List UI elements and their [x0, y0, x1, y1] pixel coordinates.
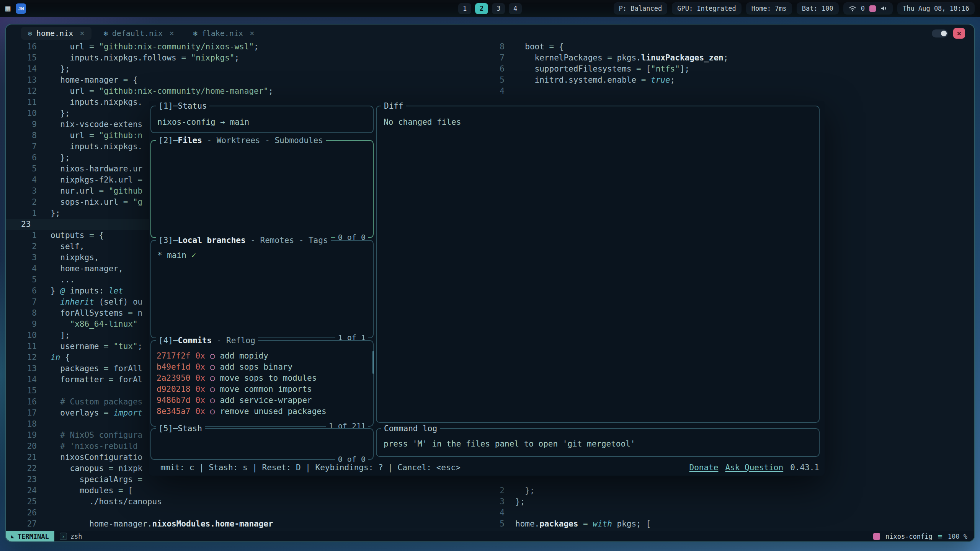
status-module-1[interactable]: GPU: Integrated [672, 2, 742, 15]
status-module-2[interactable]: Home: 7ms [746, 2, 792, 15]
panel-key: [2]─ [158, 136, 178, 145]
code-text: ]; [51, 330, 70, 341]
code-segment: = [641, 75, 651, 85]
line-number: 6 [6, 285, 42, 297]
workspace-button-2[interactable]: 2 [475, 3, 488, 14]
window-close-button[interactable]: × [953, 28, 965, 39]
wifi-icon[interactable] [849, 5, 856, 11]
commit-message: move common imports [220, 385, 312, 394]
lazygit-keybar: mmit: c | Stash: s | Reset: D | Keybindi… [160, 462, 819, 473]
line-number: 10 [6, 108, 42, 119]
workspace-button-3[interactable]: 3 [492, 3, 505, 14]
code-line: 5 initrd.systemd.enable = true; [490, 75, 974, 86]
code-segment: outputs [51, 231, 89, 240]
line-number: 23 [6, 474, 42, 485]
code-line: 5home.packages = with pkgs; [ [490, 518, 974, 530]
workspace-button-1[interactable]: 1 [458, 3, 471, 14]
commit-row[interactable]: 9486b7d0x○add service-wrapper [157, 395, 369, 406]
code-segment: nur.url [51, 186, 99, 196]
line-number: 22 [6, 463, 42, 474]
line-number: 21 [6, 452, 42, 463]
color-picker-icon[interactable] [869, 5, 876, 12]
code-segment: = [99, 186, 108, 196]
status-module-3[interactable]: Bat: 100 [797, 2, 839, 15]
lines-icon[interactable]: ≡ [938, 532, 942, 541]
panel-branches[interactable]: [3]─Local branches - Remotes - Tags * ma… [150, 240, 374, 338]
commit-author: 0x [196, 407, 205, 416]
app-launcher-icon[interactable]: ▦ [5, 4, 10, 13]
branch-row[interactable]: * main [157, 251, 191, 260]
command-log-text: press 'M' in the files panel to open 'gi… [384, 439, 635, 448]
code-segment: { [559, 42, 564, 51]
statusbar: ◣ TERMINAL › zsh nixos-config ≡ 100 % [6, 531, 974, 541]
status-module-0[interactable]: P: Balanced [614, 2, 668, 15]
panel-commits[interactable]: [4]─Commits - Reflog 2717f2f0x○add mopid… [150, 340, 374, 427]
code-text: nixosConfiguratio [51, 452, 142, 463]
panel-key: [3]─ [158, 236, 178, 245]
panel-status[interactable]: [1]─Status nixos-config → main [150, 106, 374, 133]
tab-label: default.nix [112, 29, 163, 38]
tab-close-icon[interactable]: × [169, 29, 174, 38]
code-segment: nixosConfiguratio [51, 453, 142, 462]
tab-flake.nix[interactable]: ❄flake.nix× [186, 27, 261, 40]
code-line: 27 home-manager.nixosModules.home-manage… [6, 518, 490, 530]
code-segment: = [89, 231, 99, 240]
code-line: 12 url = "github:nix-community/home-mana… [6, 86, 490, 97]
panel-title-text: Stash [178, 424, 202, 433]
code-text: modules = [ [51, 485, 133, 496]
line-number: 5 [490, 518, 509, 530]
commit-author: 0x [196, 362, 205, 372]
lazygit-popup: [1]─Status nixos-config → main [2]─Files… [149, 101, 825, 476]
toggle-switch[interactable] [932, 29, 948, 37]
code-segment: modules [51, 486, 118, 495]
panel-title-rest: - Reflog [212, 336, 255, 345]
line-number: 4 [6, 263, 42, 274]
code-text: ... [51, 274, 75, 285]
commit-row[interactable]: d9202180x○move common imports [157, 383, 369, 395]
clock[interactable]: Thu Aug 08, 18:16 [897, 2, 975, 15]
panel-stash[interactable]: [5]─Stash 0 of 0 [150, 428, 374, 460]
shell-chip[interactable]: › zsh [60, 533, 82, 540]
commit-graph-node-icon: ○ [210, 385, 215, 394]
line-number: 14 [6, 64, 42, 75]
line-number: 5 [6, 274, 42, 285]
diff-text: No changed files [384, 117, 461, 127]
code-segment: canopus [51, 464, 109, 473]
line-number: 15 [6, 385, 42, 396]
code-segment: "g [133, 197, 142, 207]
nix-snowflake-icon: ❄ [28, 29, 32, 37]
code-text: overlays = import [51, 408, 142, 419]
code-segment: }; [51, 64, 70, 73]
tab-close-icon[interactable]: × [250, 29, 255, 38]
repo-name[interactable]: nixos-config [885, 533, 933, 540]
commit-row[interactable]: 8e345a70x○remove unused packages [157, 406, 369, 417]
volume-icon[interactable] [880, 5, 887, 11]
code-segment: ... [51, 275, 75, 284]
line-number: 11 [6, 97, 42, 108]
commits-scrollbar[interactable] [372, 351, 374, 374]
ask-question-link[interactable]: Ask Question [725, 463, 783, 472]
donate-link[interactable]: Donate [689, 463, 719, 472]
panel-command-log[interactable]: Command log press 'M' in the files panel… [376, 428, 820, 457]
tab-close-icon[interactable]: × [80, 29, 85, 38]
workspace-button-4[interactable]: 4 [509, 3, 522, 14]
code-segment: = [109, 464, 118, 473]
tab-default.nix[interactable]: ❄default.nix× [97, 27, 181, 40]
line-number: 4 [490, 86, 509, 97]
terminal-mode-chip[interactable]: ◣ TERMINAL [6, 531, 54, 541]
panel-files[interactable]: [2]─Files - Worktrees - Submodules 0 of … [150, 140, 374, 238]
commit-author: 0x [196, 373, 205, 383]
panel-diff-title: Diff [381, 101, 406, 112]
panel-diff[interactable]: Diff No changed files [376, 106, 820, 423]
commit-row[interactable]: b49ef1d0x○add sops binary [157, 361, 369, 372]
code-text: nixpkgs, [51, 252, 99, 263]
editor-tabbar: ❄home.nix×❄default.nix×❄flake.nix× × [6, 24, 974, 41]
tab-home.nix[interactable]: ❄home.nix× [21, 27, 91, 40]
commit-row[interactable]: 2717f2f0x○add mopidy [157, 350, 369, 361]
code-segment: url [51, 42, 89, 51]
code-line: 16 url = "github:nix-community/nixos-wsl… [6, 41, 490, 52]
commit-row[interactable]: 2a239500x○move sops to modules [157, 372, 369, 383]
workspace-app-icon[interactable]: JW [16, 3, 26, 14]
code-segment: import [113, 408, 142, 417]
code-segment: nixpkgs, [51, 253, 99, 262]
